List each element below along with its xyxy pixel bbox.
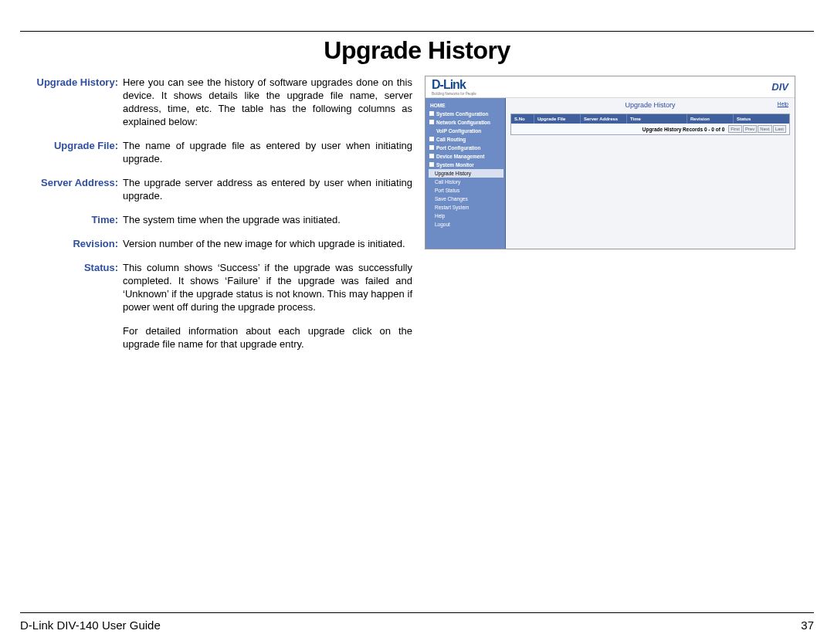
col-upgrade-file: Upgrade File xyxy=(534,114,581,124)
footer-guide: D-Link DIV-140 User Guide xyxy=(20,619,161,632)
screenshot-sidebar: HOME System Configuration Network Config… xyxy=(425,98,506,249)
def-text-revision: Version number of the new image for whic… xyxy=(123,237,412,250)
pager-last-button[interactable]: Last xyxy=(773,125,786,133)
def-text-upgrade-file: The name of upgrade file as entered by u… xyxy=(123,139,412,165)
nav-port-configuration[interactable]: Port Configuration xyxy=(429,144,505,152)
pager-next-button[interactable]: Next xyxy=(758,125,771,133)
def-label-revision: Revision: xyxy=(20,237,123,250)
upgrade-history-table: S.No Upgrade File Server Address Time Re… xyxy=(510,114,790,135)
footer-rule xyxy=(20,612,814,613)
def-text-upgrade-history: Here you can see the history of software… xyxy=(123,76,412,128)
footer-page-number: 37 xyxy=(801,619,814,632)
brand-tagline: Building Networks for People xyxy=(432,92,476,96)
nav-device-management[interactable]: Device Management xyxy=(429,152,505,161)
col-server-address: Server Address xyxy=(581,114,627,124)
pager-first-button[interactable]: First xyxy=(728,125,742,133)
top-rule xyxy=(20,31,814,32)
nav-system-configuration[interactable]: System Configuration xyxy=(429,110,505,118)
def-text-time: The system time when the upgrade was ini… xyxy=(123,213,412,226)
def-label-upgrade-history: Upgrade History: xyxy=(20,76,123,128)
nav-restart-system[interactable]: Restart System xyxy=(429,203,505,212)
screenshot-header: D-Link Building Networks for People DIV xyxy=(425,76,795,98)
screenshot-main: Help Upgrade History S.No Upgrade File S… xyxy=(506,98,795,249)
def-text-status-p2: For detailed information about each upgr… xyxy=(123,324,412,351)
def-text-server-address: The upgrade server address as entered by… xyxy=(123,176,412,202)
nav-logout[interactable]: Logout xyxy=(429,220,505,229)
product-badge: DIV xyxy=(771,81,788,93)
col-revision: Revision xyxy=(687,114,734,124)
nav-help[interactable]: Help xyxy=(429,212,505,220)
page-title: Upgrade History xyxy=(20,36,814,65)
nav-network-configuration[interactable]: Network Configuration xyxy=(429,118,505,127)
def-label-server-address: Server Address: xyxy=(20,176,123,202)
col-status: Status xyxy=(734,114,777,124)
table-header-row: S.No Upgrade File Server Address Time Re… xyxy=(511,114,789,124)
nav-upgrade-history[interactable]: Upgrade History xyxy=(429,169,503,178)
definitions-column: Upgrade History: Here you can see the hi… xyxy=(20,76,412,361)
nav-save-changes[interactable]: Save Changes xyxy=(429,195,505,203)
def-label-status: Status: xyxy=(20,261,123,351)
col-time: Time xyxy=(627,114,687,124)
embedded-screenshot: D-Link Building Networks for People DIV … xyxy=(425,76,795,249)
col-sno: S.No xyxy=(511,114,534,124)
nav-home[interactable]: HOME xyxy=(429,101,505,110)
pager-text: Upgrade History Records 0 - 0 of 0 xyxy=(642,127,725,132)
def-text-status: This column shows ‘Success’ if the upgra… xyxy=(123,261,412,351)
def-label-time: Time: xyxy=(20,213,123,226)
nav-call-routing[interactable]: Call Routing xyxy=(429,135,505,144)
nav-port-status[interactable]: Port Status xyxy=(429,186,505,195)
screenshot-title: Upgrade History xyxy=(506,98,795,114)
nav-voip-configuration[interactable]: VoIP Configuration xyxy=(429,127,505,135)
help-link[interactable]: Help xyxy=(778,101,788,107)
def-text-status-p1: This column shows ‘Success’ if the upgra… xyxy=(123,261,412,314)
pager-prev-button[interactable]: Prev xyxy=(743,125,757,133)
table-pager-row: Upgrade History Records 0 - 0 of 0 First… xyxy=(511,124,789,134)
nav-system-monitor[interactable]: System Monitor xyxy=(429,161,505,169)
brand-logo: D-Link xyxy=(432,78,476,92)
def-label-upgrade-file: Upgrade File: xyxy=(20,139,123,165)
nav-call-history[interactable]: Call History xyxy=(429,178,505,186)
